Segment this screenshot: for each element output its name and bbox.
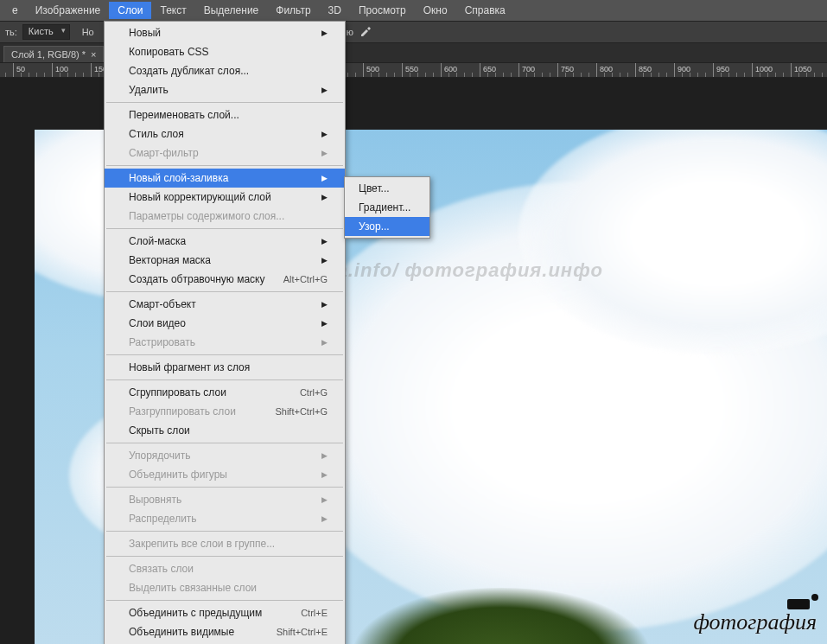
submenu-arrow-icon: ▶ xyxy=(321,26,328,40)
menubar-item-text[interactable]: Текст xyxy=(151,2,194,19)
menu-item[interactable]: Скрыть слои xyxy=(105,421,345,440)
menu-item[interactable]: Стиль слоя▶ xyxy=(105,124,345,143)
menu-separator xyxy=(106,600,343,601)
menu-item-label: Сгруппировать слои xyxy=(129,386,226,399)
menu-item: Связать слои xyxy=(105,559,345,578)
ruler-tick: 750 xyxy=(557,63,558,78)
menu-item[interactable]: Новый корректирующий слой▶ xyxy=(105,188,345,207)
menu-separator xyxy=(106,354,343,355)
menubar-item-cut[interactable]: е xyxy=(3,2,27,19)
menu-item[interactable]: Новый фрагмент из слоя xyxy=(105,358,345,377)
ruler-tick: 550 xyxy=(402,63,403,78)
submenu-item[interactable]: Градиент... xyxy=(345,198,429,217)
submenu-arrow-icon: ▶ xyxy=(321,512,328,526)
menu-item[interactable]: Новый слой-заливка▶ xyxy=(105,169,345,188)
menu-item[interactable]: Копировать CSS xyxy=(105,42,345,61)
menu-item[interactable]: Векторная маска▶ xyxy=(105,251,345,270)
close-icon[interactable]: × xyxy=(91,49,96,60)
menu-shortcut: Alt+Ctrl+G xyxy=(283,272,328,286)
menu-item: Разгруппировать слоиShift+Ctrl+G xyxy=(105,402,345,421)
new-fill-layer-submenu: Цвет...Градиент...Узор... xyxy=(344,176,430,239)
menu-shortcut: Shift+Ctrl+G xyxy=(275,405,328,418)
submenu-arrow-icon: ▶ xyxy=(321,253,328,267)
menu-item[interactable]: Слои видео▶ xyxy=(105,314,345,333)
menu-item-label: Создать обтравочную маску xyxy=(129,272,265,286)
menu-item-label: Закрепить все слои в группе... xyxy=(129,537,275,551)
menu-separator xyxy=(106,291,343,292)
menu-item[interactable]: Сгруппировать слоиCtrl+G xyxy=(105,383,345,402)
menu-shortcut: Ctrl+G xyxy=(300,386,328,399)
menubar-item-filter[interactable]: Фильтр xyxy=(267,2,319,19)
submenu-arrow-icon: ▶ xyxy=(321,234,328,248)
menu-item[interactable]: Объединить видимыеShift+Ctrl+E xyxy=(105,622,345,641)
menu-item[interactable]: Новый▶ xyxy=(105,23,345,42)
menu-item[interactable]: Переименовать слой... xyxy=(105,105,345,124)
menubar-item-window[interactable]: Окно xyxy=(415,2,456,19)
menu-item-label: Распределить xyxy=(129,512,197,526)
menu-item-label: Удалить xyxy=(129,83,169,97)
toolbar-next-label: Но xyxy=(82,27,94,37)
menu-item-label: Параметры содержимого слоя... xyxy=(129,209,284,223)
menu-separator xyxy=(106,102,343,103)
tool-preset-select[interactable]: Кисть xyxy=(22,24,70,40)
document-tab[interactable]: Слой 1, RGB/8) * × xyxy=(3,46,104,62)
ruler-tick: 700 xyxy=(518,63,519,78)
menu-separator xyxy=(106,556,343,557)
menu-item[interactable]: Создать дубликат слоя... xyxy=(105,61,345,80)
menu-item[interactable]: Объединить с предыдущимCtrl+E xyxy=(105,603,345,622)
menu-item-label: Векторная маска xyxy=(129,253,211,267)
document-tab-title: Слой 1, RGB/8) * xyxy=(11,49,86,60)
menu-shortcut: Ctrl+E xyxy=(301,606,328,620)
submenu-item[interactable]: Узор... xyxy=(345,217,429,236)
menu-separator xyxy=(106,228,343,229)
ruler-tick: 50 xyxy=(13,63,14,78)
menubar-item-layers[interactable]: Слои xyxy=(109,2,151,19)
menubar-item-image[interactable]: Изображение xyxy=(27,2,110,19)
submenu-arrow-icon: ▶ xyxy=(321,83,328,97)
menu-item-label: Новый xyxy=(129,26,161,40)
submenu-arrow-icon: ▶ xyxy=(321,190,328,204)
submenu-arrow-icon: ▶ xyxy=(321,335,328,349)
submenu-arrow-icon: ▶ xyxy=(321,146,328,160)
submenu-item[interactable]: Цвет... xyxy=(345,179,429,198)
menu-item-label: Новый корректирующий слой xyxy=(129,190,271,204)
menu-item-label: Слой-маска xyxy=(129,234,186,248)
menu-item-label: Объединить видимые xyxy=(129,625,234,639)
submenu-item-label: Узор... xyxy=(359,220,390,233)
menubar-item-help[interactable]: Справка xyxy=(456,2,514,19)
menubar-item-view[interactable]: Просмотр xyxy=(350,2,415,19)
menu-separator xyxy=(106,379,343,380)
ruler-tick: 650 xyxy=(480,63,480,78)
menu-shortcut: Shift+Ctrl+E xyxy=(277,625,328,639)
submenu-arrow-icon: ▶ xyxy=(321,297,328,311)
ruler-tick: 600 xyxy=(441,63,442,78)
menu-item[interactable]: Создать обтравочную маскуAlt+Ctrl+G xyxy=(105,270,345,289)
menu-item-label: Слои видео xyxy=(129,316,186,330)
ruler-tick: 1000 xyxy=(752,63,753,78)
menu-item[interactable]: Смарт-объект▶ xyxy=(105,295,345,314)
menu-item[interactable]: Удалить▶ xyxy=(105,80,345,99)
tool-prefix: ть: xyxy=(5,27,17,37)
menu-item: Растрировать▶ xyxy=(105,333,345,352)
menu-item: Закрепить все слои в группе... xyxy=(105,534,345,553)
watermark-logo: фотография xyxy=(693,609,817,635)
submenu-arrow-icon: ▶ xyxy=(321,316,328,330)
menubar-item-3d[interactable]: 3D xyxy=(320,2,350,19)
submenu-arrow-icon: ▶ xyxy=(321,127,328,141)
layers-menu-dropdown: Новый▶Копировать CSSСоздать дубликат сло… xyxy=(104,21,346,644)
menu-item: Выровнять▶ xyxy=(105,490,345,509)
menubar: е Изображение Слои Текст Выделение Фильт… xyxy=(0,0,827,21)
menu-item-label: Новый слой-заливка xyxy=(129,171,228,185)
menu-item: Объединить фигуры▶ xyxy=(105,465,345,484)
menu-item-label: Копировать CSS xyxy=(129,45,209,59)
menubar-item-selection[interactable]: Выделение xyxy=(195,2,268,19)
watermark-camera-icon xyxy=(787,594,818,611)
submenu-item-label: Градиент... xyxy=(359,201,410,214)
menu-item-label: Упорядочить xyxy=(129,449,190,462)
menu-item: Выделить связанные слои xyxy=(105,578,345,597)
menu-separator xyxy=(106,165,343,166)
menu-item[interactable]: Слой-маска▶ xyxy=(105,232,345,251)
ruler-tick: 950 xyxy=(713,63,714,78)
ruler-tick: 500 xyxy=(363,63,364,78)
menu-item-label: Объединить с предыдущим xyxy=(129,606,262,620)
